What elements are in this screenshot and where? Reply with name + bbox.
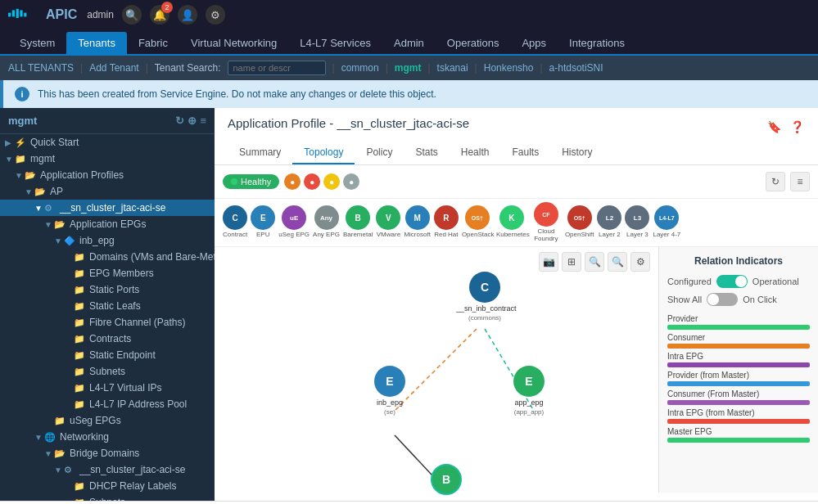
sidebar-item-static-endpoint[interactable]: ▶ 📁 Static Endpoint — [0, 347, 215, 363]
sidebar-item-static-ports[interactable]: ▶ 📁 Static Ports — [0, 281, 215, 298]
epg-icon-layer2[interactable]: L2 Layer 2 — [597, 205, 621, 239]
sidebar-item-domains[interactable]: ▶ 📁 Domains (VMs and Bare-Metals) — [0, 249, 215, 265]
epg-icon-contract[interactable]: C Contract — [223, 205, 247, 239]
epg-icon-vmware[interactable]: V VMware — [376, 205, 400, 239]
sidebar-item-bridge-domains[interactable]: ▼ 📂 Bridge Domains — [0, 445, 215, 461]
nav-l4l7-services[interactable]: L4-L7 Services — [288, 32, 382, 54]
user-icon-btn[interactable]: 👤 — [178, 5, 197, 25]
tenant-honkensho[interactable]: Honkensho — [484, 62, 534, 74]
sidebar-item-contracts[interactable]: ▶ 📁 Contracts — [0, 331, 215, 347]
nav-system[interactable]: System — [8, 32, 66, 54]
topo-node-inb-epg[interactable]: E inb_epg (se) — [374, 366, 405, 416]
epg-icon-any[interactable]: Any Any EPG — [313, 205, 340, 239]
refresh-btn[interactable]: ↻ — [766, 172, 785, 191]
sidebar-item-label: mgmt — [30, 153, 55, 164]
folder-icon: 📂 — [34, 187, 47, 197]
nav-tenants[interactable]: Tenants — [66, 32, 127, 54]
epg-icon-baremetal[interactable]: B Baremetal — [343, 205, 373, 239]
sidebar-icon-1[interactable]: ↻ — [175, 115, 184, 127]
all-tenants-btn[interactable]: ALL TENANTS — [8, 62, 74, 74]
tab-health[interactable]: Health — [450, 142, 501, 164]
show-all-label: Show All — [667, 295, 702, 304]
settings-topo-btn[interactable]: ⚙ — [630, 252, 650, 272]
filter-gray[interactable]: ● — [343, 173, 359, 190]
zoom-in-btn[interactable]: 🔍 — [585, 252, 604, 272]
sidebar-item-fibre[interactable]: ▶ 📁 Fibre Channel (Paths) — [0, 314, 215, 331]
menu-btn[interactable]: ≡ — [790, 172, 810, 191]
epg-icon-useg[interactable]: uE uSeg EPG — [278, 205, 310, 239]
topo-node-baremetal[interactable]: B — [431, 464, 462, 495]
sidebar-item-quickstart[interactable]: ▶ ⚡ Quick Start — [0, 134, 215, 151]
sidebar-item-useg-epgs[interactable]: ▶ 📁 uSeg EPGs — [0, 412, 215, 429]
sidebar-item-sn-cluster[interactable]: ▼ ⚙ __sn_cluster_jtac-aci-se — [0, 200, 215, 216]
bookmark-icon-btn[interactable]: 🔖 — [766, 119, 782, 135]
sidebar-item-ap[interactable]: ▼ 📂 AP — [0, 183, 215, 200]
nav-integrations[interactable]: Integrations — [558, 32, 636, 54]
sidebar-item-sn-cluster-bd[interactable]: ▼ ⚙ __sn_cluster_jtac-aci-se — [0, 461, 215, 478]
sidebar-item-subnets[interactable]: ▶ 📁 Subnets — [0, 363, 215, 380]
topo-node-app-epg[interactable]: E app_epg (app_app) — [513, 366, 545, 416]
configured-toggle[interactable] — [716, 275, 748, 288]
settings-icon-btn[interactable]: ⚙ — [206, 5, 225, 25]
filter-yellow[interactable]: ● — [323, 173, 340, 190]
sidebar-icon-2[interactable]: ⊕ — [188, 115, 197, 127]
epg-icon-layer47[interactable]: L4-L7 Layer 4-7 — [653, 205, 680, 239]
show-all-toggle[interactable] — [707, 293, 738, 306]
filter-orange[interactable]: ● — [284, 173, 301, 190]
search-icon-btn[interactable]: 🔍 — [122, 5, 142, 25]
sidebar-item-static-leafs[interactable]: ▶ 📁 Static Leafs — [0, 298, 215, 314]
tab-history[interactable]: History — [550, 142, 603, 164]
nav-fabric[interactable]: Fabric — [127, 32, 179, 54]
filter-red[interactable]: ● — [304, 173, 320, 190]
operational-label: Operational — [752, 277, 799, 286]
tab-stats[interactable]: Stats — [404, 142, 449, 164]
epg-icon-redhat[interactable]: R Red Hat — [434, 205, 459, 239]
sidebar-item-dhcp[interactable]: ▶ 📁 DHCP Relay Labels — [0, 478, 215, 494]
sidebar-item-app-epgs[interactable]: ▼ 📂 Application EPGs — [0, 216, 215, 232]
grid-icon-btn[interactable]: ⊞ — [562, 252, 581, 272]
topo-node-contract[interactable]: C __sn_inb_contract (commons) — [456, 272, 513, 322]
health-button[interactable]: Healthy — [223, 174, 279, 189]
epg-icon-openstack[interactable]: OS† OpenStack — [462, 205, 493, 239]
folder-icon: 📁 — [54, 416, 67, 426]
tab-topology[interactable]: Topology — [292, 142, 355, 164]
nav-apps[interactable]: Apps — [510, 32, 558, 54]
epg-icon-layer3[interactable]: L3 Layer 3 — [625, 205, 649, 239]
notification-icon-btn[interactable]: 🔔 2 — [150, 5, 169, 25]
add-tenant-btn[interactable]: Add Tenant — [89, 62, 139, 74]
sidebar-item-epg-members[interactable]: ▶ 📁 EPG Members — [0, 265, 215, 281]
nav-operations[interactable]: Operations — [436, 32, 511, 54]
sidebar-item-label: L4-L7 Virtual IPs — [89, 382, 162, 394]
epg-icon-kubernetes[interactable]: K Kubernetes — [496, 205, 527, 239]
epg-icon-openshift[interactable]: OS† OpenShift — [565, 205, 594, 239]
nav-virtual-networking[interactable]: Virtual Networking — [179, 32, 288, 54]
nav-admin[interactable]: Admin — [382, 32, 436, 54]
tenant-mgmt[interactable]: mgmt — [395, 62, 422, 74]
tenant-a-htdsoti[interactable]: a-htdsotiSNI — [549, 62, 603, 74]
tenant-tskanai[interactable]: tskanai — [437, 62, 468, 74]
sidebar-item-l4l7-ip-pool[interactable]: ▶ 📁 L4-L7 IP Address Pool — [0, 396, 215, 412]
contract-label: __sn_inb_contract — [456, 304, 513, 313]
tab-policy[interactable]: Policy — [355, 142, 404, 164]
sidebar-item-inb-epg[interactable]: ▼ 🔷 inb_epg — [0, 232, 215, 249]
tenant-search-input[interactable] — [228, 61, 326, 75]
sidebar-item-networking[interactable]: ▼ 🌐 Networking — [0, 429, 215, 445]
sidebar-icon-3[interactable]: ≡ — [200, 115, 206, 127]
folder-icon: 📁 — [74, 350, 87, 361]
sidebar-item-mgmt[interactable]: ▼ 📁 mgmt — [0, 151, 215, 167]
camera-icon-btn[interactable]: 📷 — [539, 252, 558, 272]
epg-icon-cloud-foundry[interactable]: CF Cloud Foundry — [531, 202, 562, 243]
sidebar-item-subnets2[interactable]: ▶ 📁 Subnets — [0, 494, 215, 501]
tab-summary[interactable]: Summary — [228, 142, 292, 164]
zoom-out-btn[interactable]: 🔍 — [608, 252, 627, 272]
epg-icon-microsoft[interactable]: M Microsoft — [404, 205, 430, 239]
app-epg-label: app_epg — [514, 398, 543, 407]
sidebar-item-label: Domains (VMs and Bare-Metals) — [89, 251, 215, 263]
tab-faults[interactable]: Faults — [500, 142, 550, 164]
help-icon-btn[interactable]: ❓ — [789, 119, 805, 135]
tenant-common[interactable]: common — [341, 62, 379, 74]
tree-arrow: ▼ — [54, 236, 64, 245]
sidebar-item-l4l7-vips[interactable]: ▶ 📁 L4-L7 Virtual IPs — [0, 380, 215, 396]
epg-icon-epu[interactable]: E EPU — [251, 205, 275, 239]
sidebar-item-app-profiles[interactable]: ▼ 📂 Application Profiles — [0, 167, 215, 183]
